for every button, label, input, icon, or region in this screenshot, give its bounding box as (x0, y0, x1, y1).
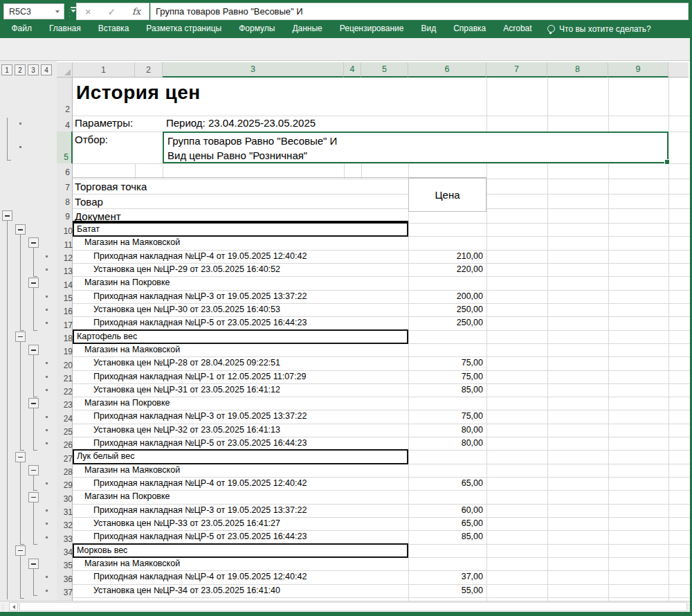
ribbon-tab-5[interactable]: Формулы (230, 19, 284, 38)
collapse-group-button-level2[interactable] (15, 332, 26, 342)
ribbon-tab-4[interactable]: Разметка страницы (138, 19, 230, 38)
column-header-1[interactable]: 1 (73, 62, 135, 78)
price-cell[interactable]: 220,00 (408, 263, 483, 276)
store-row-label[interactable]: Магазин на Маяковской (84, 464, 408, 477)
store-row-label[interactable]: Магазин на Покровке (84, 397, 408, 410)
row-header-4[interactable]: 4 (57, 116, 73, 132)
price-cell[interactable]: 250,00 (408, 316, 483, 329)
ribbon-tab-1[interactable]: Файл (3, 19, 41, 38)
price-cell[interactable]: 55,00 (408, 584, 483, 597)
row-header-8[interactable]: 8 (57, 194, 73, 208)
row-header-29[interactable]: 29 (57, 477, 75, 491)
document-row-label[interactable]: Приходная накладная №ЦР-5 от 23.05.2025 … (93, 530, 408, 543)
column-header-8[interactable]: 8 (547, 62, 608, 78)
filter-label[interactable]: Отбор: (75, 134, 108, 145)
document-row-label[interactable]: Установка цен №ЦР-34 от 23.05.2025 16:41… (93, 584, 408, 597)
insert-function-icon[interactable]: fx (132, 6, 140, 17)
collapse-group-button-level3[interactable] (28, 398, 39, 408)
params-label[interactable]: Параметры: (75, 117, 133, 129)
row-header-11[interactable]: 11 (57, 236, 75, 251)
select-all-corner[interactable] (57, 62, 73, 78)
document-row-label[interactable]: Приходная накладная №ЦР-3 от 19.05.2025 … (93, 410, 408, 423)
ribbon-tab-2[interactable]: Главная (41, 19, 90, 38)
store-row-label[interactable]: Магазин на Маяковской (84, 557, 408, 570)
row-header-28[interactable]: 28 (57, 464, 75, 478)
row-header-9[interactable]: 9 (57, 208, 73, 223)
document-row-label[interactable]: Приходная накладная №ЦР-4 от 19.05.2025 … (93, 477, 408, 490)
row-header-12[interactable]: 12 (57, 250, 75, 264)
row-header-13[interactable]: 13 (57, 263, 75, 278)
header-store-label[interactable]: Торговая точка (75, 181, 147, 192)
name-box[interactable]: R5C3 (3, 3, 64, 19)
price-cell[interactable]: 80,00 (408, 424, 483, 437)
row-header-37[interactable]: 37 (57, 584, 75, 599)
row-header-5[interactable]: 5 (57, 132, 73, 163)
collapse-group-button-level3[interactable] (28, 345, 39, 355)
document-row-label[interactable]: Приходная накладная №ЦР-3 от 19.05.2025 … (93, 504, 408, 517)
collapse-group-button-level2[interactable] (15, 224, 26, 235)
document-row-label[interactable]: Приходная накладная №ЦР-4 от 19.05.2025 … (93, 570, 408, 583)
row-header-31[interactable]: 31 (57, 504, 75, 518)
ribbon-tab-6[interactable]: Данные (284, 19, 331, 38)
price-cell[interactable]: 65,00 (408, 477, 483, 490)
row-header-7[interactable]: 7 (57, 179, 73, 194)
row-header-19[interactable]: 19 (57, 343, 75, 358)
collapse-group-button-level3[interactable] (28, 492, 39, 502)
row-header-6[interactable]: 6 (57, 163, 73, 179)
document-row-label[interactable]: Приходная накладная №ЦР-5 от 23.05.2025 … (93, 316, 408, 329)
header-product-label[interactable]: Товар (75, 196, 103, 208)
price-cell[interactable]: 60,00 (408, 504, 483, 517)
collapse-group-button-level2[interactable] (15, 545, 26, 556)
document-row-label[interactable]: Установка цен №ЦР-32 от 23.05.2025 16:41… (93, 424, 408, 437)
price-cell[interactable]: 80,00 (408, 437, 483, 450)
document-row-label[interactable]: Приходная накладная №ЦР-4 от 19.05.2025 … (93, 250, 408, 263)
column-header-3[interactable]: 3 (163, 62, 344, 78)
price-cell[interactable]: 37,00 (408, 570, 483, 583)
collapse-group-button-level3[interactable] (28, 278, 39, 288)
group-row-box[interactable]: Лук белый вес (73, 449, 408, 464)
ribbon-tab-10[interactable]: Acrobat (495, 19, 540, 38)
price-cell[interactable]: 250,00 (408, 303, 483, 316)
price-cell[interactable]: 200,00 (408, 290, 483, 303)
store-row-label[interactable]: Магазин на Маяковской (84, 236, 408, 249)
group-row-box[interactable]: Морковь вес (73, 543, 408, 558)
collapse-group-button-level3[interactable] (28, 559, 39, 569)
outline-level-button-3[interactable]: 3 (28, 64, 39, 75)
enter-icon[interactable]: ✓ (107, 6, 116, 17)
column-header-2[interactable]: 2 (135, 62, 163, 78)
store-row-label[interactable]: Магазин на Покровке (84, 276, 408, 289)
price-cell[interactable]: 210,00 (408, 250, 483, 263)
document-row-label[interactable]: Установка цен №ЦР-33 от 23.05.2025 16:41… (93, 517, 408, 530)
row-header-35[interactable]: 35 (57, 557, 75, 572)
store-row-label[interactable]: Магазин на Покровке (84, 490, 408, 503)
row-header-32[interactable]: 32 (57, 517, 75, 532)
document-row-label[interactable]: Установка цен №ЦР-31 от 23.05.2025 16:41… (93, 383, 408, 397)
row-header-21[interactable]: 21 (57, 370, 75, 385)
row-header-25[interactable]: 25 (57, 424, 75, 438)
collapse-group-button-level1[interactable] (2, 210, 12, 221)
price-cell[interactable]: 75,00 (408, 356, 483, 370)
fill-handle[interactable] (664, 159, 670, 165)
row-header-23[interactable]: 23 (57, 397, 75, 411)
scroll-left-button[interactable] (9, 602, 18, 611)
period-value[interactable]: Период: 23.04.2025-23.05.2025 (166, 117, 316, 129)
row-header-15[interactable]: 15 (57, 290, 75, 305)
group-row-box[interactable]: Батат (73, 222, 408, 237)
row-header-2[interactable]: 2 (57, 78, 73, 116)
column-header-6[interactable]: 6 (408, 62, 486, 78)
document-row-label[interactable]: Приходная накладная №ЦР-3 от 19.05.2025 … (93, 290, 408, 303)
document-row-label[interactable]: Приходная накладная №ЦР-5 от 23.05.2025 … (93, 437, 408, 450)
tell-me-box[interactable]: Что вы хотите сделать? (547, 24, 651, 34)
price-column-header[interactable]: Цена (408, 178, 486, 212)
selected-cell[interactable]: Группа товаров Равно "Весовые" И Вид цен… (163, 132, 668, 163)
collapse-group-button-level2[interactable] (15, 452, 26, 462)
price-cell[interactable]: 85,00 (408, 530, 483, 543)
cancel-icon[interactable]: × (85, 6, 91, 17)
outline-level-button-1[interactable]: 1 (1, 64, 12, 75)
row-header-36[interactable]: 36 (57, 570, 75, 585)
ribbon-tab-9[interactable]: Справка (445, 19, 495, 38)
column-header-5[interactable]: 5 (361, 62, 408, 78)
column-header-7[interactable]: 7 (486, 62, 547, 78)
row-header-14[interactable]: 14 (57, 276, 75, 291)
store-row-label[interactable]: Магазин на Маяковской (84, 343, 408, 356)
